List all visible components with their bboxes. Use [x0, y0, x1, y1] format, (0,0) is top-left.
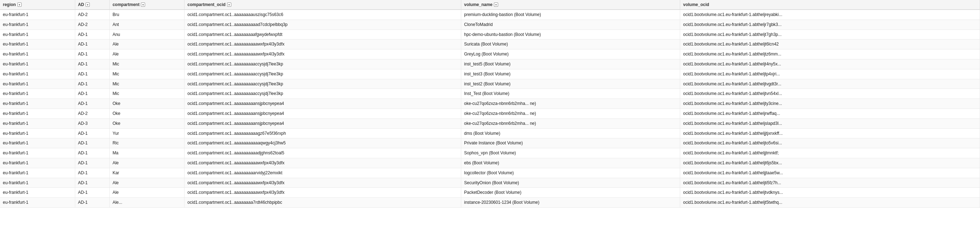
- cell-compartment_ocid: ocid1.compartment.oc1..aaaaaaaaaadjghns6…: [185, 148, 461, 158]
- cell-compartment: Mic: [110, 59, 185, 69]
- cell-region: eu-frankfurt-1: [0, 128, 75, 138]
- cell-compartment: Ale: [110, 158, 185, 168]
- cell-region: eu-frankfurt-1: [0, 109, 75, 119]
- filter-icon-compartment[interactable]: [141, 3, 145, 7]
- cell-volume_name: oke-cu27qo6zxza-nbnn6rb2mha... ne): [461, 119, 680, 128]
- table-row: eu-frankfurt-1AD-1Maocid1.compartment.oc…: [0, 148, 980, 158]
- cell-compartment: Ant: [110, 19, 185, 29]
- cell-volume_ocid: ocid1.bootvolume.oc1.eu-frankfurt-1.abth…: [680, 168, 980, 178]
- table-row: eu-frankfurt-1AD-1Aleocid1.compartment.o…: [0, 40, 980, 50]
- cell-volume_ocid: ocid1.bootvolume.oc1.eu-frankfurt-1.abth…: [680, 178, 980, 188]
- cell-volume_name: logcollector (Boot Volume): [461, 168, 680, 178]
- cell-compartment_ocid: ocid1.compartment.oc1..aaaaaaaa7rdt46chb…: [185, 198, 461, 208]
- cell-compartment_ocid: ocid1.compartment.oc1..aaaaaaaaaawxfpx4l…: [185, 178, 461, 188]
- table-row: eu-frankfurt-1AD-1Karocid1.compartment.o…: [0, 168, 980, 178]
- cell-compartment_ocid: ocid1.compartment.oc1..aaaaaaaaafgwydefw…: [185, 29, 461, 40]
- cell-compartment: Oke: [110, 99, 185, 109]
- cell-compartment: Mic: [110, 69, 185, 79]
- cell-volume_ocid: ocid1.bootvolume.oc1.eu-frankfurt-1.abth…: [680, 109, 980, 119]
- cell-volume_name: oke-cu27qo6zxza-nbnn6rb2mha... ne): [461, 109, 680, 119]
- cell-region: eu-frankfurt-1: [0, 79, 75, 89]
- col-label-compartment: compartment: [113, 2, 140, 7]
- cell-region: eu-frankfurt-1: [0, 89, 75, 99]
- cell-compartment: Anu: [110, 29, 185, 40]
- table-row: eu-frankfurt-1AD-1Ricocid1.compartment.o…: [0, 138, 980, 148]
- cell-volume_name: Suricata (Boot Volume): [461, 40, 680, 50]
- col-header-region[interactable]: region: [0, 0, 75, 10]
- cell-volume_ocid: ocid1.bootvolume.oc1.eu-frankfurt-1.abth…: [680, 99, 980, 109]
- col-header-volume-name[interactable]: volume_name: [461, 0, 680, 10]
- cell-compartment_ocid: ocid1.compartment.oc1..aaaaaaaaansjpbcny…: [185, 119, 461, 128]
- cell-region: eu-frankfurt-1: [0, 99, 75, 109]
- cell-ad: AD-1: [75, 89, 109, 99]
- table-row: eu-frankfurt-1AD-1Micocid1.compartment.o…: [0, 69, 980, 79]
- cell-region: eu-frankfurt-1: [0, 168, 75, 178]
- table-row: eu-frankfurt-1AD-1Aleocid1.compartment.o…: [0, 50, 980, 59]
- cell-volume_ocid: ocid1.bootvolume.oc1.eu-frankfurt-1.abth…: [680, 148, 980, 158]
- cell-region: eu-frankfurt-1: [0, 19, 75, 29]
- cell-region: eu-frankfurt-1: [0, 29, 75, 40]
- table-row: eu-frankfurt-1AD-2Bruocid1.compartment.o…: [0, 10, 980, 19]
- cell-compartment: Ale: [110, 40, 185, 50]
- cell-volume_name: inst_test5 (Boot Volume): [461, 59, 680, 69]
- cell-compartment: Ma: [110, 148, 185, 158]
- cell-compartment: Kar: [110, 168, 185, 178]
- cell-volume_ocid: ocid1.bootvolume.oc1.eu-frankfurt-1.abth…: [680, 188, 980, 198]
- cell-volume_name: CloneToMadrid: [461, 19, 680, 29]
- cell-volume_name: Private Instance (Boot Volume): [461, 138, 680, 148]
- col-header-compartment[interactable]: compartment: [110, 0, 185, 10]
- cell-compartment: Ale...: [110, 198, 185, 208]
- cell-volume_name: hpc-demo-ubuntu-bastion (Boot Volume): [461, 29, 680, 40]
- cell-compartment_ocid: ocid1.compartment.oc1..aaaaaaaaaawxfpx4l…: [185, 188, 461, 198]
- cell-region: eu-frankfurt-1: [0, 198, 75, 208]
- cell-ad: AD-3: [75, 119, 109, 128]
- cell-compartment: Bru: [110, 10, 185, 19]
- cell-ad: AD-1: [75, 148, 109, 158]
- col-label-region: region: [3, 2, 16, 7]
- table-row: eu-frankfurt-1AD-1Ale...ocid1.compartmen…: [0, 198, 980, 208]
- col-header-ad[interactable]: AD: [75, 0, 109, 10]
- cell-region: eu-frankfurt-1: [0, 69, 75, 79]
- filter-icon-compartment-ocid[interactable]: [227, 3, 231, 7]
- cell-region: eu-frankfurt-1: [0, 178, 75, 188]
- filter-icon-volume-name[interactable]: [494, 3, 498, 7]
- cell-ad: AD-1: [75, 128, 109, 138]
- cell-ad: AD-1: [75, 59, 109, 69]
- cell-volume_name: dms (Boot Volume): [461, 128, 680, 138]
- cell-volume_name: Inst_Test (Boot Volume): [461, 89, 680, 99]
- cell-volume_ocid: ocid1.bootvolume.oc1.eu-frankfurt-1.abth…: [680, 40, 980, 50]
- table-row: eu-frankfurt-1AD-1Micocid1.compartment.o…: [0, 79, 980, 89]
- cell-region: eu-frankfurt-1: [0, 188, 75, 198]
- cell-volume_ocid: ocid1.bootvolume.oc1.eu-frankfurt-1.abth…: [680, 119, 980, 128]
- table-row: eu-frankfurt-1AD-1Aleocid1.compartment.o…: [0, 158, 980, 168]
- cell-ad: AD-2: [75, 19, 109, 29]
- cell-compartment: Mic: [110, 79, 185, 89]
- cell-ad: AD-2: [75, 109, 109, 119]
- cell-volume_ocid: ocid1.bootvolume.oc1.eu-frankfurt-1.abth…: [680, 158, 980, 168]
- filter-icon-ad[interactable]: [86, 3, 90, 7]
- cell-ad: AD-1: [75, 178, 109, 188]
- cell-compartment: Oke: [110, 109, 185, 119]
- cell-ad: AD-1: [75, 99, 109, 109]
- cell-compartment: Ale: [110, 188, 185, 198]
- table-row: eu-frankfurt-1AD-1Aleocid1.compartment.o…: [0, 188, 980, 198]
- cell-region: eu-frankfurt-1: [0, 148, 75, 158]
- cell-ad: AD-1: [75, 69, 109, 79]
- cell-volume_name: Sophos_vpn (Boot Volume): [461, 148, 680, 158]
- cell-volume_name: instance-20230601-1234 (Boot Volume): [461, 198, 680, 208]
- table-row: eu-frankfurt-1AD-1Aleocid1.compartment.o…: [0, 178, 980, 188]
- cell-compartment_ocid: ocid1.compartment.oc1..aaaaaaaaaawxfpx4l…: [185, 40, 461, 50]
- cell-region: eu-frankfurt-1: [0, 158, 75, 168]
- cell-volume_ocid: ocid1.bootvolume.oc1.eu-frankfurt-1.abth…: [680, 59, 980, 69]
- cell-volume_name: oke-cu27qo6zxza-nbnn6rb2mha... ne): [461, 99, 680, 109]
- cell-ad: AD-1: [75, 79, 109, 89]
- cell-ad: AD-1: [75, 29, 109, 40]
- col-header-compartment-ocid[interactable]: compartment_ocid: [185, 0, 461, 10]
- filter-icon-region[interactable]: [18, 3, 22, 7]
- cell-compartment: Ale: [110, 178, 185, 188]
- table-row: eu-frankfurt-1AD-1Yurocid1.compartment.o…: [0, 128, 980, 138]
- cell-ad: AD-1: [75, 198, 109, 208]
- cell-region: eu-frankfurt-1: [0, 119, 75, 128]
- col-header-volume-ocid[interactable]: volume_ocid: [680, 0, 980, 10]
- cell-compartment_ocid: ocid1.compartment.oc1..aaaaaaaaaawxfpx4l…: [185, 50, 461, 59]
